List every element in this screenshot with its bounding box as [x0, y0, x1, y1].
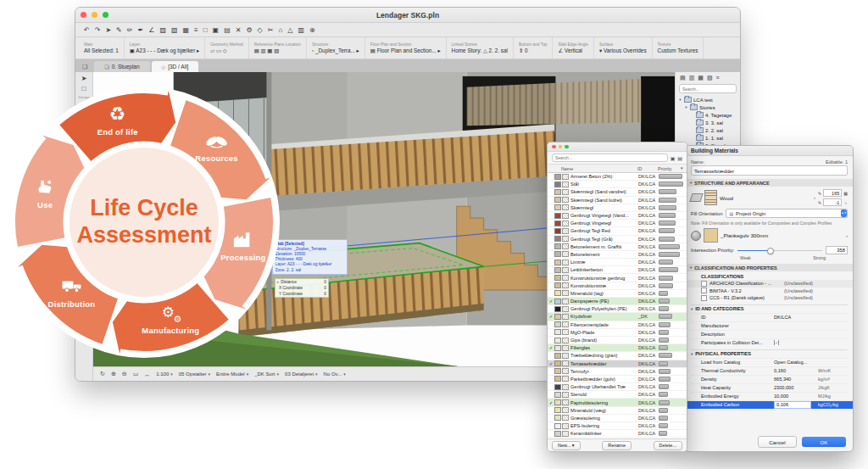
intersection-value-field[interactable]: 358 — [826, 246, 848, 254]
infobar-group-control[interactable]: ⇕ 0 — [519, 47, 548, 54]
tree-item-3-3-sal[interactable]: 3. 3. sal — [676, 119, 740, 126]
structure-section-header[interactable]: ▾ STRUCTURE AND APPEARANCE — [686, 179, 853, 187]
cancel-button[interactable]: Cancel — [758, 436, 797, 448]
disclosure-icon[interactable]: ▾ — [678, 98, 682, 102]
fill-name[interactable]: Wood — [720, 195, 811, 201]
id-category-row[interactable]: IDDK/LCA — [691, 313, 848, 321]
window-titlebar[interactable]: Lendager SKG.pln — [75, 8, 740, 23]
materials-search-input[interactable] — [552, 154, 668, 162]
infobar-group-control[interactable]: Home Story: △ 2. 2. sal — [452, 47, 508, 54]
physical-property-row[interactable]: Embodied Energy10,000MJ/kg — [691, 392, 848, 400]
infobar-group-control[interactable]: ▱ ▭ ◇ — [210, 47, 242, 54]
material-row[interactable]: Skærmtegl (Sand lodret)DK/LCA — [548, 197, 687, 204]
pencil-icon[interactable]: ✏ — [127, 26, 133, 34]
close-icon[interactable]: ✕ — [236, 26, 242, 34]
row-check-icon[interactable]: ✓ — [548, 400, 554, 405]
layout-icon[interactable]: ▤ — [224, 26, 231, 34]
id-category-row[interactable]: Participates in Collision Det...✓ — [691, 338, 848, 347]
material-name-field[interactable]: Terrassebrædder — [691, 165, 848, 176]
infobar-group[interactable]: Layer:▣ A23 - - - Dæk og bjælker ▸ — [125, 37, 205, 59]
publisher-icon[interactable]: ▧ — [707, 75, 713, 81]
material-row[interactable]: Genbrugt Tegl RedDK/LCA — [548, 227, 687, 235]
pen-icon[interactable]: ✎ — [116, 26, 122, 34]
stepper-control[interactable]: ▲▼ — [841, 209, 847, 217]
status-dropdown-2[interactable]: Entire Model — [216, 371, 248, 377]
embodied-carbon-input[interactable] — [774, 401, 811, 409]
infobar-group[interactable]: Structure▫ _Duplex_Terra... ▸ — [307, 37, 365, 59]
material-row[interactable]: Skærmtegl (Sand vandret)DK/LCA — [548, 188, 687, 196]
infobar-group-control[interactable]: Custom Textures — [658, 47, 698, 53]
zoom-out-icon[interactable]: ⊖ — [122, 371, 127, 377]
gear-icon[interactable]: ⚙ — [246, 26, 252, 34]
materials-window-titlebar[interactable] — [548, 142, 687, 152]
disclosure-icon[interactable]: ▾ — [684, 105, 688, 109]
material-row[interactable]: Betonelement m. GraffitiDK/LCA — [548, 243, 687, 251]
material-row[interactable]: ✓PapiruldsisoleringDK/LCA — [548, 399, 687, 406]
tree-item-stories[interactable]: ▾Stories — [676, 103, 740, 111]
minimize-window-button[interactable] — [559, 145, 563, 149]
ink-pen-icon[interactable]: ✒ — [138, 26, 144, 34]
status-dropdown-4[interactable]: 03 Detaljeret — [285, 371, 318, 377]
hatch-icon[interactable]: ▧ — [171, 26, 178, 34]
pan-icon[interactable]: ↔ — [144, 371, 150, 377]
row-check-icon[interactable]: ✓ — [548, 299, 554, 304]
rename-material-button[interactable]: Rename — [602, 441, 632, 450]
material-row[interactable]: Gips (brand)DK/LCA — [548, 337, 687, 344]
physical-property-row[interactable]: Thermal Conductivity0,160W/mK — [691, 366, 848, 375]
column-id[interactable]: ID — [637, 166, 658, 171]
column-name[interactable]: Name — [548, 166, 637, 171]
zoom-in-icon[interactable]: ⊕ — [111, 371, 116, 377]
material-row[interactable]: Mineraluld (væg)DK/LCA — [548, 407, 687, 415]
classification-row[interactable]: ARCHICAD Classification - ...(Unclassifi… — [686, 280, 853, 288]
id-categories-header[interactable]: ▾ ID AND CATEGORIES — [691, 304, 848, 313]
arrow-tool-icon[interactable]: ➤ — [81, 75, 87, 82]
row-check-icon[interactable]: ✓ — [548, 314, 554, 319]
arrow-tool-icon[interactable]: ➤ — [105, 26, 111, 34]
marquee-icon[interactable]: □ — [203, 26, 208, 34]
checkbox-icon[interactable] — [701, 281, 707, 287]
row-check-icon[interactable]: ✓ — [548, 361, 554, 366]
material-row[interactable]: EPS-IsoleringDK/LCA — [548, 422, 687, 430]
infobar-group-control[interactable]: ▫ _Duplex_Terra... ▸ — [312, 47, 359, 54]
infobar-group[interactable]: Bottom and Top⇕ 0 — [514, 37, 554, 59]
orientation-select[interactable]: ▤ Project Origin ▲▼ — [726, 209, 848, 218]
material-row[interactable]: StenuldDK/LCA — [548, 391, 687, 399]
material-row[interactable]: Genbrugt Vingetegl (Vand...DK/LCA — [548, 212, 687, 220]
infobar-group[interactable]: Linked StoriesHome Story: △ 2. 2. sal — [447, 37, 514, 59]
material-row[interactable]: Konstruktionstræ genbrugDK/LCA — [548, 274, 687, 282]
materials-header-row[interactable]: Name ID Priority ▼ — [548, 164, 687, 173]
material-row[interactable]: Parketbrædder (gulv)DK/LCA — [548, 376, 687, 383]
status-dropdown-0[interactable]: 1:100 — [156, 371, 173, 377]
classification-row[interactable]: BIM7AA - V.3.2(Unclassified) — [691, 288, 848, 295]
material-row[interactable]: LimtræDK/LCA — [548, 259, 687, 266]
tab--3d-all-[interactable]: ◇[3D / All] — [152, 61, 199, 72]
checkbox-icon[interactable] — [701, 295, 707, 301]
fill-pen-field[interactable]: 165 — [823, 189, 842, 197]
infobar-group-control[interactable]: All Selected: 1 — [84, 47, 119, 53]
material-row[interactable]: BetonelementDK/LCA — [548, 251, 687, 259]
fit-view-icon[interactable]: ▭ — [133, 371, 139, 377]
infobar-group-control[interactable]: ▤ ▥ ▦ ▧ — [254, 47, 301, 54]
status-dropdown-5[interactable]: No Ov... — [324, 371, 346, 377]
material-row[interactable]: ✓TerrassebrædderDK/LCA — [548, 360, 687, 368]
navigator-search-input[interactable] — [679, 84, 737, 93]
infobar-group[interactable]: MainAll Selected: 1 — [79, 37, 125, 59]
material-row[interactable]: StålDK/LCA — [548, 181, 687, 188]
physical-property-row[interactable]: Embodied CarbonkgCO₂/kg — [686, 400, 853, 409]
tree-item-lca-test[interactable]: ▾LCA test — [676, 96, 740, 103]
more-icon[interactable]: ≡ — [716, 75, 720, 81]
surface-swatch[interactable] — [704, 228, 718, 243]
tree-item-1-1-sal[interactable]: 1. 1. sal — [676, 134, 740, 142]
material-row[interactable]: MgO-PladeDK/LCA — [548, 329, 687, 337]
new-material-button[interactable]: New... ▾ — [552, 441, 581, 450]
home-icon[interactable]: ⌂ — [278, 26, 282, 34]
material-row[interactable]: Genbrugt Tegl (Grå)DK/LCA — [548, 236, 687, 243]
material-row[interactable]: KonstruktionstræDK/LCA — [548, 282, 687, 290]
surface-name[interactable]: _Plankegulv 300mm — [721, 232, 843, 238]
view-icon[interactable]: ▥ — [298, 26, 304, 34]
material-row[interactable]: GræsisoleringDK/LCA — [548, 415, 687, 422]
delete-material-button[interactable]: Delete... — [654, 441, 682, 450]
panel-icon[interactable]: ▣ — [213, 26, 220, 34]
material-row[interactable]: ✓FiberglasDK/LCA — [548, 344, 687, 352]
material-row[interactable]: ✓Dampspærre (PE)DK/LCA — [548, 298, 687, 305]
